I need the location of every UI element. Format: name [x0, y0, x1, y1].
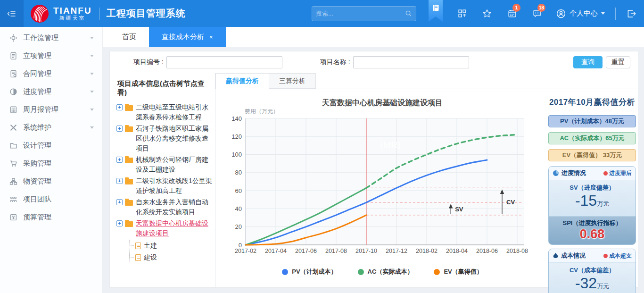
- tree-panel: 项目成本信息(点击树节点查看) +二级电站至五级电站引水渠系春系停水检修工程+石…: [110, 73, 215, 287]
- sidebar-item-9[interactable]: 物资管理: [0, 172, 102, 190]
- tree-expand-button[interactable]: +: [116, 220, 123, 226]
- search-icon[interactable]: [405, 10, 412, 17]
- budget-icon: [9, 213, 17, 221]
- sidebar-item-7[interactable]: 设计管理: [0, 136, 102, 154]
- tree-node-label[interactable]: 二级引水渠改线段1公里渠道护坡加高工程: [136, 176, 213, 196]
- svg-text:2018-08: 2018-08: [506, 248, 528, 254]
- tree-expand-button[interactable]: +: [116, 178, 123, 184]
- tree-node-label[interactable]: 二级电站至五级电站引水渠系春系停水检修工程: [136, 102, 213, 122]
- card-title: 进度情况: [561, 169, 603, 177]
- close-tab-icon[interactable]: ×: [209, 33, 213, 41]
- tree-node-label[interactable]: 自来水业务并入营销自动化系统开发实施项目: [136, 197, 213, 217]
- sidebar-item-label: 物资管理: [23, 177, 94, 186]
- calendar-icon[interactable]: 1: [506, 8, 518, 19]
- apps-grid-icon[interactable]: [456, 8, 468, 19]
- sidebar-item-4[interactable]: 进度管理: [0, 83, 102, 100]
- sidebar-item-label: 合同管理: [23, 69, 90, 78]
- sidebar-item-10[interactable]: 项目团队: [0, 190, 102, 208]
- svg-text:140: 140: [231, 115, 242, 122]
- sidebar-item-label: 系统维护: [23, 123, 90, 132]
- metric-value: -32万元: [549, 275, 636, 293]
- tree-row[interactable]: +天富数据中心机房基础设施建设项目: [116, 218, 213, 238]
- metric-value: -15万元: [549, 193, 636, 212]
- tree-node-label[interactable]: 天富数据中心机房基础设施建设项目: [136, 218, 213, 238]
- summary-badges: PV（计划成本）48万元AC（实际成本）65万元EV（赢得值） 33万元: [548, 115, 636, 161]
- pie-chart-icon: [553, 170, 559, 176]
- tab-1[interactable]: 首页: [109, 27, 149, 47]
- app-root: TIANFU 新疆天富 工程项目管理系统 1 18: [0, 0, 644, 293]
- collapse-sidebar-button[interactable]: [0, 0, 24, 27]
- svg-text:2017-02: 2017-02: [235, 248, 256, 254]
- sidebar-item-1[interactable]: 工作流管理: [0, 29, 102, 47]
- tree-node-label[interactable]: 机械制造公司轻钢厂房建设及工棚建设: [136, 155, 213, 175]
- user-menu[interactable]: 个人中心: [556, 8, 605, 19]
- tree-expand-button[interactable]: +: [116, 104, 123, 110]
- svg-text:80: 80: [235, 169, 242, 176]
- tree-node-label[interactable]: 石河子铁路地区职工家属区供水分离移交维修改造项目: [136, 124, 213, 153]
- metric-unit: 万元: [597, 200, 609, 207]
- bookmark-ribbon-icon[interactable]: [429, 0, 443, 22]
- project-name-input[interactable]: [353, 56, 469, 68]
- content-area: 项目编号 : 项目名称 : 查询 重置 项目成本信息(点击树节点查看) +二级电…: [103, 47, 644, 293]
- tree-leaf[interactable]: 土建: [130, 240, 213, 251]
- logout-icon[interactable]: [619, 8, 644, 19]
- tree-leaf[interactable]: 建设: [130, 251, 213, 263]
- tree-row[interactable]: +自来水业务并入营销自动化系统开发实施项目: [116, 197, 213, 217]
- svg-text:SV: SV: [455, 206, 463, 213]
- sidebar-item-label: 工作流管理: [23, 33, 90, 42]
- tree-row[interactable]: +二级电站至五级电站引水渠系春系停水检修工程: [116, 102, 213, 122]
- tianfu-logo-icon: [30, 4, 49, 23]
- team-icon: [9, 195, 17, 203]
- header-divider: [615, 8, 616, 20]
- project-doc-icon: [9, 52, 17, 60]
- sidebar-item-11[interactable]: 预算管理: [0, 208, 102, 226]
- tree-expand-button[interactable]: +: [116, 199, 123, 205]
- messages-icon[interactable]: 18: [531, 8, 543, 19]
- svg-text:2018-04: 2018-04: [446, 248, 468, 254]
- progress-pie-icon: [9, 88, 17, 96]
- tree-children: 土建建设: [129, 240, 213, 263]
- card-metric: SV（进度偏差）-15万元: [549, 180, 636, 216]
- analysis-tab-1[interactable]: 赢得值分析: [215, 73, 269, 89]
- legend-item-3[interactable]: EV（赢得值）: [434, 268, 482, 276]
- project-code-input[interactable]: [166, 56, 282, 68]
- tab-label: 直接成本分析: [162, 33, 204, 42]
- sidebar-item-label: 项目团队: [23, 195, 94, 204]
- legend-dot-icon: [434, 269, 440, 275]
- sidebar-item-6[interactable]: 系统维护: [0, 118, 102, 136]
- tab-bar: 首页直接成本分析×: [103, 27, 644, 47]
- summary-badge-3: EV（赢得值） 33万元: [548, 149, 636, 161]
- legend-item-1[interactable]: PV（计划成本）: [282, 268, 337, 276]
- sidebar-item-5[interactable]: 周月报管理: [0, 100, 102, 118]
- sidebar-item-3[interactable]: 合同管理: [0, 65, 102, 83]
- tree-row[interactable]: +二级引水渠改线段1公里渠道护坡加高工程: [116, 176, 213, 196]
- chevron-down-icon: [90, 55, 94, 57]
- svg-text:2017-08: 2017-08: [325, 248, 347, 254]
- legend-item-2[interactable]: AC（实际成本）: [358, 268, 413, 276]
- analysis-tab-2[interactable]: 三算分析: [269, 73, 316, 89]
- svg-text:2017-10: 2017-10: [355, 248, 377, 254]
- folder-icon: [125, 179, 133, 184]
- search-button[interactable]: 查询: [573, 56, 603, 68]
- svg-text:CV: CV: [506, 199, 515, 206]
- sidebar-item-8[interactable]: 采购管理: [0, 154, 102, 172]
- report-calc-icon: [9, 106, 17, 114]
- sidebar-item-2[interactable]: 立项管理: [0, 47, 102, 65]
- tree-expand-button[interactable]: +: [116, 157, 123, 163]
- sidebar-item-label: 采购管理: [23, 159, 94, 168]
- tree-row[interactable]: +机械制造公司轻钢厂房建设及工棚建设: [116, 155, 213, 175]
- tree-row[interactable]: +石河子铁路地区职工家属区供水分离移交维修改造项目: [116, 124, 213, 153]
- svg-text:费用（万元）: 费用（万元）: [245, 108, 279, 115]
- chart-title: 天富数据中心机房基础设施建设项目: [218, 98, 546, 108]
- reset-button[interactable]: 重置: [606, 56, 630, 68]
- tree-leaf-label: 土建: [144, 242, 157, 250]
- search-input[interactable]: [312, 10, 405, 17]
- tab-2[interactable]: 直接成本分析×: [149, 27, 226, 47]
- filter-row: 项目编号 : 项目名称 : 查询 重置: [110, 51, 638, 73]
- card-header: 进度情况进度滞后: [549, 167, 636, 180]
- tree-expand-button[interactable]: +: [116, 126, 123, 132]
- tree-node-6: +天富数据中心机房基础设施建设项目土建建设: [116, 218, 213, 263]
- analysis-panel: 2017年10月赢得值分析 PV（计划成本）48万元AC（实际成本）65万元EV…: [548, 90, 636, 287]
- star-icon[interactable]: [481, 8, 493, 19]
- metric-unit: 万元: [597, 283, 609, 290]
